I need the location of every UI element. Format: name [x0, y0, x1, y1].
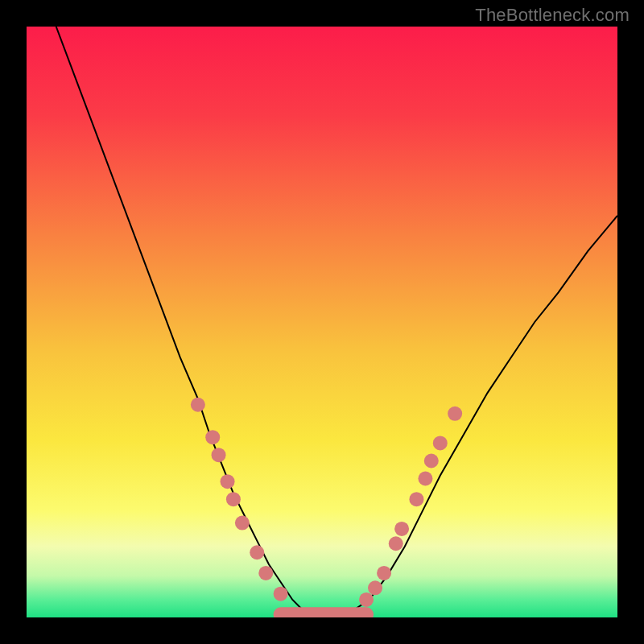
- marker-point: [359, 592, 374, 607]
- marker-point: [191, 398, 205, 412]
- marker-point: [212, 448, 226, 462]
- marker-point: [418, 472, 432, 486]
- marker-point: [235, 516, 250, 530]
- marker-point: [205, 430, 220, 444]
- marker-point: [258, 566, 273, 580]
- bottleneck-chart: [0, 0, 644, 644]
- marker-point: [377, 566, 391, 580]
- marker-point: [424, 453, 439, 468]
- marker-point: [433, 436, 448, 450]
- marker-point: [448, 407, 462, 421]
- plot-background: [27, 27, 617, 617]
- marker-point: [394, 522, 409, 536]
- marker-point: [226, 492, 241, 506]
- marker-point: [250, 545, 264, 559]
- chart-root: TheBottleneck.com: [0, 0, 644, 644]
- watermark-text: TheBottleneck.com: [475, 5, 630, 26]
- marker-point: [274, 587, 288, 601]
- marker-point: [221, 474, 235, 489]
- marker-point: [409, 492, 423, 506]
- marker-point: [368, 580, 382, 595]
- marker-point: [389, 536, 403, 551]
